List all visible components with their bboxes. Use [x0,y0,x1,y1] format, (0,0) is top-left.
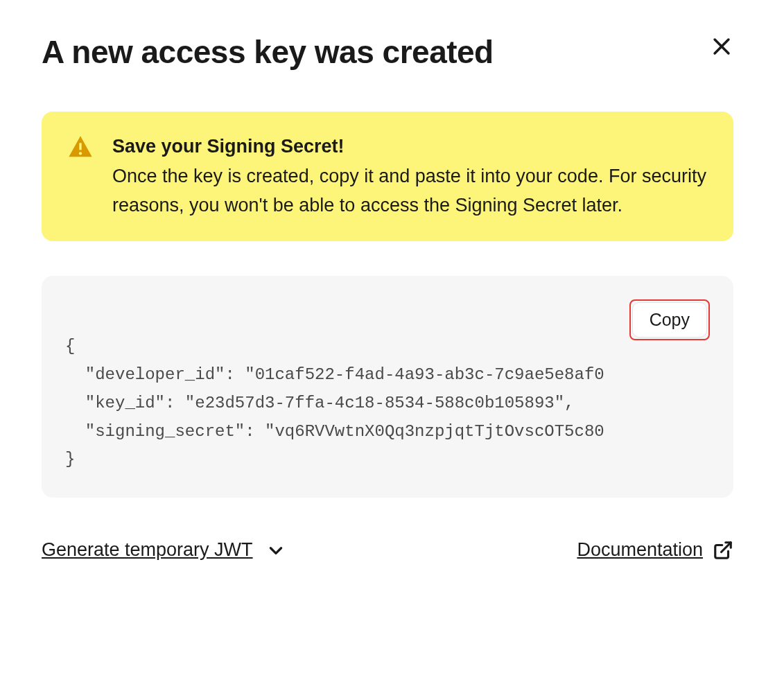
external-link-icon [713,540,733,561]
svg-line-4 [722,542,731,552]
alert-title: Save your Signing Secret! [112,132,708,161]
close-button[interactable] [710,35,733,58]
chevron-down-icon [267,541,285,559]
generate-jwt-toggle[interactable]: Generate temporary JWT [42,539,285,561]
copy-button-highlight: Copy [629,299,710,340]
alert-content: Save your Signing Secret! Once the key i… [112,132,708,221]
code-block: Copy { "developer_id": "01caf522-f4ad-4a… [42,276,733,498]
warning-alert: Save your Signing Secret! Once the key i… [42,112,733,242]
close-icon [710,35,733,58]
modal-title: A new access key was created [42,35,494,70]
alert-body: Once the key is created, copy it and pas… [112,162,708,220]
generate-jwt-label: Generate temporary JWT [42,539,253,561]
modal-footer: Generate temporary JWT Documentation [42,539,733,561]
documentation-label: Documentation [577,539,703,561]
code-content: { "developer_id": "01caf522-f4ad-4a93-ab… [65,333,710,474]
modal-header: A new access key was created [42,35,733,70]
copy-button[interactable]: Copy [632,302,707,338]
svg-rect-2 [79,143,81,150]
documentation-link[interactable]: Documentation [577,539,733,561]
warning-icon [67,134,94,161]
svg-point-3 [79,152,82,155]
